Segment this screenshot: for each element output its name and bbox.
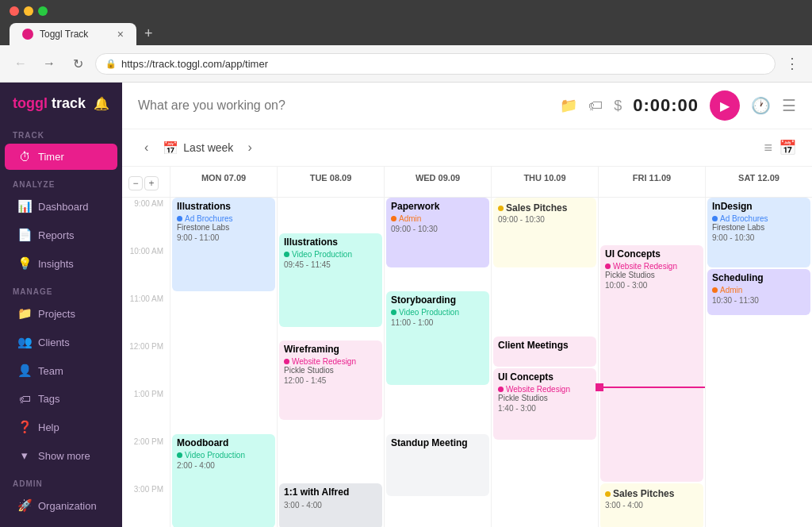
sidebar-item-tags[interactable]: 🏷 Tags [5, 386, 117, 412]
sidebar-item-help-label: Help [38, 421, 59, 433]
time-label-3pm: 3:00 PM [122, 483, 170, 527]
logo-toggl: toggl [13, 95, 48, 111]
minimize-window-button[interactable] [24, 6, 33, 16]
event-title: Client Meetings [498, 340, 592, 352]
current-time-line [599, 387, 705, 388]
day-column-tue: Illustrations Video Production 09:45 - 1… [277, 198, 384, 527]
event-uiconcepts-thu[interactable]: UI Concepts Website Redesign Pickle Stud… [493, 368, 596, 440]
event-subtitle: Firestone Labs [177, 223, 270, 232]
timer-icon: ⏱ [17, 150, 32, 163]
event-scheduling-sat[interactable]: Scheduling Admin 10:30 - 11:30 [707, 269, 810, 315]
zoom-out-button[interactable]: − [128, 176, 143, 190]
folder-icon[interactable]: 📁 [560, 97, 577, 114]
admin-section-label: ADMIN [0, 470, 122, 491]
notification-bell-icon[interactable]: 🔔 [94, 96, 109, 111]
event-storyboarding-wed[interactable]: Storyboarding Video Production 11:00 - 1… [386, 291, 489, 385]
forward-button[interactable]: → [38, 52, 60, 75]
event-paperwork-wed[interactable]: Paperwork Admin 09:00 - 10:30 [386, 198, 489, 267]
event-uiconcepts-fri[interactable]: UI Concepts Website Redesign Pickle Stud… [600, 245, 703, 482]
event-salespitches-thu[interactable]: Sales Pitches 09:00 - 10:30 [493, 198, 596, 267]
days-header: − + MON 07.09 TUE 08.09 WED 09.09 THU 10… [122, 167, 812, 198]
maximize-window-button[interactable] [38, 6, 48, 16]
clients-icon: 👥 [17, 335, 32, 349]
day-header-tue: TUE 08.09 [277, 167, 384, 197]
event-clientmeetings-thu[interactable]: Client Meetings [493, 337, 596, 367]
event-illustrations-mon[interactable]: Illustrations Ad Brochures Firestone Lab… [172, 198, 275, 291]
reload-button[interactable]: ↻ [67, 52, 89, 75]
event-title: UI Concepts [605, 248, 699, 261]
close-window-button[interactable] [10, 6, 19, 16]
event-standup-wed[interactable]: Standup Meeting [386, 434, 489, 496]
event-wireframing-tue[interactable]: Wireframing Website Redesign Pickle Stud… [279, 340, 382, 420]
event-illustrations-tue[interactable]: Illustrations Video Production 09:45 - 1… [279, 233, 382, 327]
more-options-icon[interactable]: ☰ [782, 96, 796, 115]
time-label-9am: 9:00 AM [122, 198, 170, 245]
prev-week-button[interactable]: ‹ [138, 137, 155, 158]
sidebar-item-timer-label: Timer [38, 151, 64, 163]
sidebar-item-dashboard[interactable]: 📊 Dashboard [5, 193, 117, 220]
calendar-view-controls: ≡ 📅 [764, 139, 796, 156]
event-time: 12:00 - 1:45 [284, 376, 377, 385]
billable-icon[interactable]: $ [614, 98, 622, 114]
sidebar-item-projects[interactable]: 📁 Projects [5, 300, 117, 327]
sidebar-item-show-more-label: Show more [38, 450, 90, 462]
sidebar-item-projects-label: Projects [38, 308, 75, 320]
logo-track: track [52, 95, 86, 111]
reports-icon: 📄 [17, 228, 32, 242]
calendar-icon: 📅 [163, 140, 178, 156]
week-label-text: Last week [183, 141, 233, 154]
timer-description-input[interactable] [138, 98, 550, 113]
event-indesign-sat[interactable]: InDesign Ad Brochures Firestone Labs 9:0… [707, 198, 810, 267]
browser-toolbar: ← → ↻ 🔒 https://track.toggl.com/app/time… [0, 45, 812, 83]
sidebar-item-timer[interactable]: ⏱ Timer [5, 144, 117, 170]
time-label-10am: 10:00 AM [122, 245, 170, 293]
calendar-view-button[interactable]: 📅 [779, 139, 796, 156]
event-time: 09:00 - 10:30 [391, 225, 485, 233]
event-subtitle: Pickle Studios [498, 394, 592, 402]
active-tab[interactable]: Toggl Track × [10, 23, 136, 45]
start-timer-button[interactable]: ▶ [710, 90, 740, 121]
url-text: https://track.toggl.com/app/timer [121, 58, 268, 70]
address-bar[interactable]: 🔒 https://track.toggl.com/app/timer [95, 53, 776, 75]
new-tab-button[interactable]: + [138, 22, 159, 45]
projects-icon: 📁 [17, 306, 32, 321]
sidebar-item-show-more[interactable]: ▾ Show more [5, 442, 117, 469]
tab-close-button[interactable]: × [117, 28, 124, 40]
next-week-button[interactable]: › [241, 137, 258, 158]
event-title: Moodboard [177, 437, 270, 450]
zoom-in-button[interactable]: + [144, 176, 159, 190]
track-section-label: TRACK [0, 121, 122, 143]
sidebar-item-reports[interactable]: 📄 Reports [5, 221, 117, 248]
list-view-button[interactable]: ≡ [764, 140, 772, 156]
event-time: 10:00 - 3:00 [605, 281, 699, 290]
event-title: Illustrations [177, 201, 270, 213]
sidebar-item-clients[interactable]: 👥 Clients [5, 329, 117, 356]
sidebar-item-settings[interactable]: ⚙ Settings [5, 521, 117, 527]
event-salespitches-fri[interactable]: Sales Pitches 3:00 - 4:00 [600, 483, 703, 527]
event-tag: Sales Pitches [498, 202, 592, 213]
event-tag: Website Redesign [498, 385, 592, 394]
event-tag: Ad Brochures [712, 214, 806, 223]
event-time: 1:40 - 3:00 [498, 404, 592, 413]
event-tag: Ad Brochures [177, 214, 270, 223]
event-moodboard-mon[interactable]: Moodboard Video Production 2:00 - 4:00 [172, 434, 275, 527]
event-time: 10:30 - 11:30 [712, 296, 806, 305]
sidebar-item-clients-label: Clients [38, 337, 70, 348]
sidebar-item-team[interactable]: 👤 Team [5, 357, 117, 384]
dashboard-icon: 📊 [17, 199, 32, 213]
sidebar-item-insights[interactable]: 💡 Insights [5, 250, 117, 277]
back-button[interactable]: ← [10, 52, 32, 75]
timer-mode-icon[interactable]: 🕐 [751, 96, 771, 115]
sidebar-item-organization[interactable]: 🚀 Organization [5, 492, 117, 519]
sidebar-item-organization-label: Organization [38, 500, 97, 512]
sidebar-item-help[interactable]: ❓ Help [5, 414, 117, 440]
event-1on1-tue[interactable]: 1:1 with Alfred 3:00 - 4:00 [279, 483, 382, 527]
insights-icon: 💡 [17, 256, 32, 271]
event-subtitle: Pickle Studios [284, 366, 377, 375]
browser-menu-button[interactable]: ⋮ [782, 52, 802, 75]
event-tag: Admin [391, 214, 485, 223]
event-subtitle: Firestone Labs [712, 223, 806, 232]
event-title: Scheduling [712, 272, 806, 285]
time-labels: 9:00 AM 10:00 AM 11:00 AM 12:00 PM 1:00 … [122, 198, 170, 527]
tag-icon[interactable]: 🏷 [588, 98, 603, 114]
